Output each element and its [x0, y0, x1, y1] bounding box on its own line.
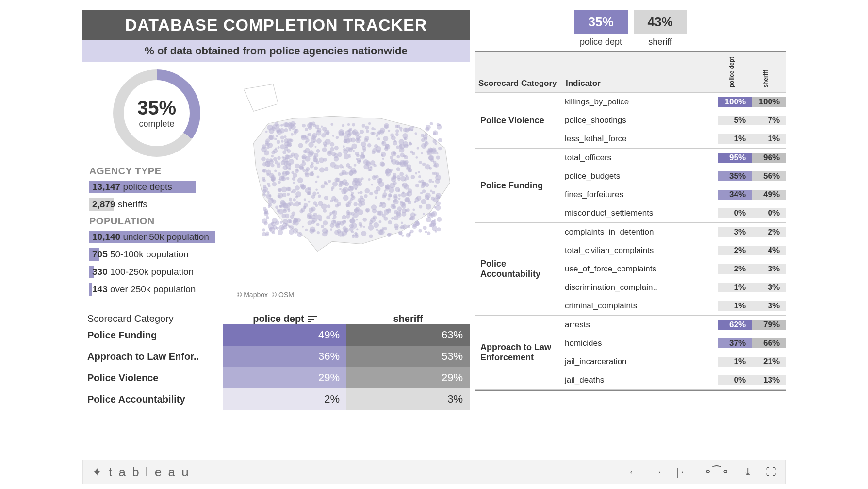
indicator-row[interactable]: police_budgets35%56%	[563, 167, 786, 185]
svg-point-376	[432, 139, 437, 143]
svg-point-735	[311, 195, 315, 199]
svg-point-811	[318, 194, 321, 198]
scorecard-row[interactable]: Approach to Law Enfor..36%53%	[82, 346, 470, 367]
indicator-row[interactable]: total_civilian_complaints2%4%	[563, 241, 786, 260]
svg-point-36	[378, 220, 381, 223]
scorecard-row[interactable]: Police Violence29%29%	[82, 367, 470, 388]
scorecard-row[interactable]: Police Funding49%63%	[82, 324, 470, 346]
indicator-row[interactable]: jail_incarceration1%21%	[563, 353, 786, 371]
svg-point-793	[288, 168, 291, 171]
svg-point-568	[397, 125, 400, 128]
rt-header-sheriff[interactable]: sheriff	[762, 69, 769, 89]
svg-point-575	[342, 132, 344, 135]
svg-point-890	[408, 128, 410, 131]
svg-point-638	[403, 128, 408, 133]
svg-point-838	[334, 146, 339, 150]
bar-item[interactable]: 10,140 under 50k population	[89, 231, 224, 243]
svg-point-471	[415, 184, 419, 187]
download-button[interactable]: ⤓	[743, 466, 752, 478]
svg-point-428	[437, 227, 441, 231]
fullscreen-button[interactable]: ⛶	[766, 466, 776, 478]
summary-police-label: police dept	[574, 37, 628, 47]
svg-point-444	[365, 126, 369, 130]
svg-point-849	[377, 211, 381, 216]
svg-point-780	[410, 151, 413, 153]
indicator-row[interactable]: killings_by_police100%100%	[563, 93, 786, 111]
svg-point-864	[361, 231, 366, 236]
svg-point-576	[297, 177, 303, 183]
bar-item[interactable]: 13,147 police depts	[89, 181, 224, 193]
bar-item[interactable]: 2,879 sheriffs	[89, 198, 224, 211]
svg-point-195	[436, 152, 438, 154]
svg-point-430	[368, 178, 370, 181]
sg-header-sheriff[interactable]: sheriff	[346, 313, 470, 324]
svg-point-795	[376, 186, 381, 192]
svg-point-656	[294, 123, 296, 125]
svg-point-883	[348, 132, 352, 135]
svg-point-117	[430, 189, 432, 192]
tableau-logo[interactable]: ✦ t a b l e a u	[92, 465, 190, 480]
svg-point-824	[355, 235, 358, 238]
svg-point-855	[381, 141, 386, 146]
svg-point-5	[304, 198, 306, 201]
us-map[interactable]: © Mapbox © OSM	[234, 69, 470, 301]
indicator-row[interactable]: fines_forfeitures34%49%	[563, 185, 786, 204]
indicator-row[interactable]: discrimination_complain..1%3%	[563, 278, 786, 297]
svg-point-648	[359, 135, 361, 138]
svg-point-892	[313, 213, 317, 216]
svg-point-114	[363, 226, 365, 228]
indicator-row[interactable]: arrests62%79%	[563, 316, 786, 334]
share-button[interactable]: ⚬⁀⚬	[704, 466, 730, 478]
indicator-row[interactable]: police_shootings5%7%	[563, 111, 786, 130]
indicator-row[interactable]: use_of_force_complaints2%3%	[563, 260, 786, 278]
scorecard-row[interactable]: Police Accountability2%3%	[82, 388, 470, 410]
svg-point-553	[363, 148, 366, 152]
svg-point-829	[391, 135, 396, 140]
bar-item[interactable]: 330 100-250k population	[89, 266, 224, 278]
indicator-group-name: Police Funding	[475, 149, 563, 222]
svg-point-385	[409, 143, 412, 145]
svg-point-468	[385, 186, 389, 191]
svg-point-756	[272, 127, 276, 131]
svg-point-743	[315, 188, 318, 191]
svg-point-679	[438, 138, 442, 143]
svg-point-840	[341, 170, 346, 175]
svg-point-746	[405, 176, 409, 180]
indicator-row[interactable]: jail_deaths0%13%	[563, 371, 786, 389]
svg-point-103	[371, 184, 373, 185]
svg-point-424	[336, 136, 339, 139]
redo-button[interactable]: →	[652, 466, 663, 478]
indicator-row[interactable]: less_lethal_force1%1%	[563, 130, 786, 148]
svg-point-740	[265, 141, 268, 144]
reset-button[interactable]: |←	[676, 466, 690, 478]
undo-button[interactable]: ←	[628, 466, 639, 478]
svg-point-599	[313, 124, 316, 127]
svg-point-860	[266, 193, 271, 199]
sort-desc-icon[interactable]	[308, 316, 317, 322]
svg-point-322	[366, 130, 369, 133]
sg-header-police[interactable]: police dept	[223, 313, 346, 324]
svg-point-742	[293, 228, 298, 234]
indicator-row[interactable]: complaints_in_detention3%2%	[563, 223, 786, 241]
svg-point-451	[342, 166, 344, 168]
svg-point-562	[350, 186, 354, 190]
svg-point-634	[293, 182, 295, 184]
svg-point-602	[402, 224, 407, 229]
bar-item[interactable]: 143 over 250k population	[89, 283, 224, 296]
bar-item[interactable]: 705 50-100k population	[89, 248, 224, 261]
donut-percent: 35%	[137, 97, 176, 119]
svg-point-808	[262, 218, 268, 224]
indicator-row[interactable]: criminal_complaints1%3%	[563, 297, 786, 315]
indicator-row[interactable]: total_officers95%96%	[563, 149, 786, 167]
rt-header-police[interactable]: police dept	[728, 56, 735, 88]
svg-point-527	[399, 147, 404, 152]
svg-point-265	[418, 171, 420, 173]
indicator-row[interactable]: homicides37%66%	[563, 334, 786, 353]
svg-point-655	[369, 234, 373, 238]
svg-point-456	[317, 175, 320, 178]
svg-point-697	[424, 137, 427, 141]
svg-point-658	[391, 217, 394, 220]
svg-point-696	[399, 144, 402, 148]
indicator-row[interactable]: misconduct_settlements0%0%	[563, 204, 786, 222]
svg-point-759	[302, 124, 305, 127]
